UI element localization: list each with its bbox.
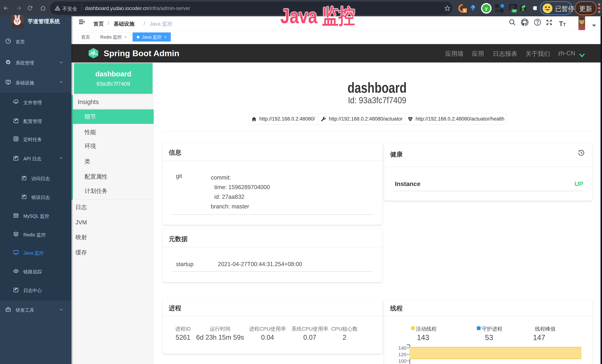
svg-text:y: y bbox=[485, 6, 488, 11]
svg-text:1: 1 bbox=[464, 9, 465, 13]
svg-text:on: on bbox=[513, 9, 516, 12]
